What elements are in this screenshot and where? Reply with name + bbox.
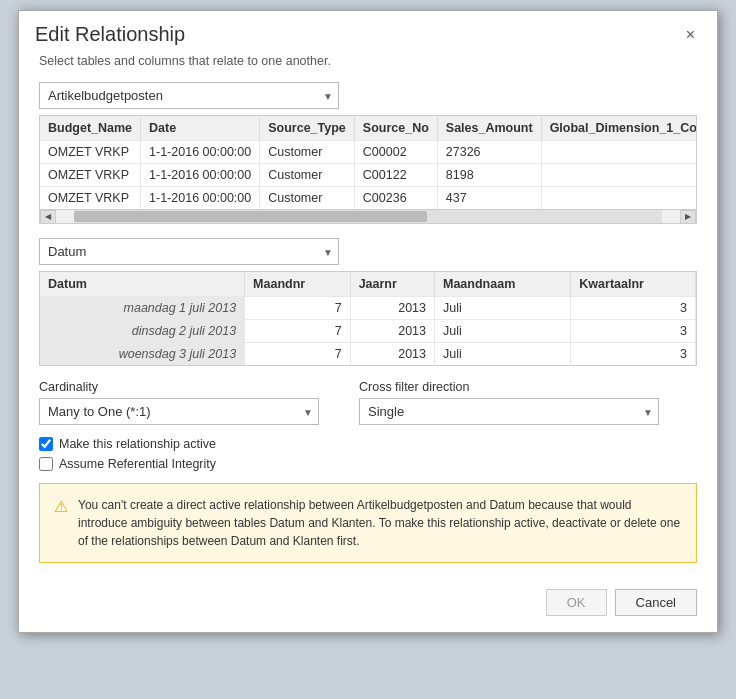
table-cell: OMZET VRKP [40, 141, 141, 164]
ok-button[interactable]: OK [546, 589, 607, 616]
table-cell: Customer [260, 187, 355, 210]
table-cell: 7 [245, 320, 351, 343]
table1-col-source-type: Source_Type [260, 116, 355, 141]
table2-col-datum: Datum [40, 272, 245, 297]
table-cell: 2013 [350, 343, 434, 366]
table1-header-row: Budget_Name Date Source_Type Source_No S… [40, 116, 696, 141]
table-cell: C00122 [354, 164, 437, 187]
active-checkbox-label[interactable]: Make this relationship active [59, 437, 216, 451]
warning-icon: ⚠ [54, 497, 68, 516]
table-cell: 2013 [350, 320, 434, 343]
table-cell: OMZET VRKP [40, 187, 141, 210]
table-cell: 3 [571, 343, 696, 366]
table-cell: Juli [435, 343, 571, 366]
table-cell: C00002 [354, 141, 437, 164]
table-cell: dinsdag 2 juli 2013 [40, 320, 245, 343]
table-cell: 7 [245, 297, 351, 320]
table-row[interactable]: OMZET VRKP1-1-2016 00:00:00CustomerC0012… [40, 164, 696, 187]
table1-col-date: Date [141, 116, 260, 141]
table2-col-kwartaalnr: Kwartaalnr [571, 272, 696, 297]
close-button[interactable]: × [680, 25, 701, 45]
table-cell [541, 164, 696, 187]
table-cell: OMZET VRKP [40, 164, 141, 187]
table-cell: 1-1-2016 00:00:00 [141, 141, 260, 164]
cardinality-label: Cardinality [39, 380, 319, 394]
cross-filter-dropdown-wrapper[interactable]: SingleBoth ▼ [359, 398, 659, 425]
table2-container: Datum Maandnr Jaarnr Maandnaam Kwartaaln… [39, 271, 697, 366]
referential-checkbox-row: Assume Referential Integrity [39, 457, 697, 471]
active-checkbox[interactable] [39, 437, 53, 451]
cross-filter-dropdown[interactable]: SingleBoth [359, 398, 659, 425]
table1-dropdown-container: Artikelbudgetposten ▼ [39, 82, 697, 109]
table1-scroll-container[interactable]: Budget_Name Date Source_Type Source_No S… [40, 116, 696, 209]
table2-data-table: Datum Maandnr Jaarnr Maandnaam Kwartaaln… [40, 272, 696, 365]
table1-dropdown[interactable]: Artikelbudgetposten [39, 82, 339, 109]
table1-dropdown-wrapper[interactable]: Artikelbudgetposten ▼ [39, 82, 339, 109]
table1-col-global-dim: Global_Dimension_1_Code [541, 116, 696, 141]
table2-col-maandnr: Maandnr [245, 272, 351, 297]
table1-col-source-no: Source_No [354, 116, 437, 141]
dialog-footer: OK Cancel [19, 579, 717, 632]
table-cell: 437 [437, 187, 541, 210]
warning-text: You can't create a direct active relatio… [78, 496, 682, 550]
table2-col-jaarnr: Jaarnr [350, 272, 434, 297]
table1-scroll-left-btn[interactable]: ◀ [40, 210, 56, 224]
table-cell: 1-1-2016 00:00:00 [141, 187, 260, 210]
table-cell: 7 [245, 343, 351, 366]
warning-box: ⚠ You can't create a direct active relat… [39, 483, 697, 563]
table1-scrollbar[interactable]: ◀ ▶ [40, 209, 696, 223]
table1-container: Budget_Name Date Source_Type Source_No S… [39, 115, 697, 224]
table-cell: 8198 [437, 164, 541, 187]
table-cell: maandag 1 juli 2013 [40, 297, 245, 320]
cardinality-group: Cardinality Many to One (*:1)One to Many… [39, 380, 319, 425]
referential-checkbox-label[interactable]: Assume Referential Integrity [59, 457, 216, 471]
table-row[interactable]: maandag 1 juli 201372013Juli3 [40, 297, 696, 320]
table1-scroll-thumb[interactable] [74, 211, 427, 222]
cross-filter-label: Cross filter direction [359, 380, 659, 394]
table-cell: 3 [571, 320, 696, 343]
table-row[interactable]: OMZET VRKP1-1-2016 00:00:00CustomerC0000… [40, 141, 696, 164]
table-row[interactable]: OMZET VRKP1-1-2016 00:00:00CustomerC0023… [40, 187, 696, 210]
dialog-title: Edit Relationship [35, 23, 185, 46]
table-cell: C00236 [354, 187, 437, 210]
table2-dropdown-container: Datum ▼ [39, 238, 697, 265]
table-cell [541, 187, 696, 210]
cardinality-dropdown[interactable]: Many to One (*:1)One to Many (1:*)One to… [39, 398, 319, 425]
cross-filter-group: Cross filter direction SingleBoth ▼ [359, 380, 659, 425]
table-row[interactable]: woensdag 3 juli 201372013Juli3 [40, 343, 696, 366]
table-cell: 1-1-2016 00:00:00 [141, 164, 260, 187]
table-cell: 2013 [350, 297, 434, 320]
table-row[interactable]: dinsdag 2 juli 201372013Juli3 [40, 320, 696, 343]
table-cell: Customer [260, 141, 355, 164]
table-cell: Juli [435, 320, 571, 343]
cardinality-dropdown-wrapper[interactable]: Many to One (*:1)One to Many (1:*)One to… [39, 398, 319, 425]
table1-col-sales-amount: Sales_Amount [437, 116, 541, 141]
table2-dropdown[interactable]: Datum [39, 238, 339, 265]
table-cell: Customer [260, 164, 355, 187]
table2-col-maandnaam: Maandnaam [435, 272, 571, 297]
dialog-subtitle: Select tables and columns that relate to… [39, 54, 697, 68]
table-cell: woensdag 3 juli 2013 [40, 343, 245, 366]
table2-dropdown-wrapper[interactable]: Datum ▼ [39, 238, 339, 265]
table2-header-row: Datum Maandnr Jaarnr Maandnaam Kwartaaln… [40, 272, 696, 297]
table1-col-budget-name: Budget_Name [40, 116, 141, 141]
table1-data-table: Budget_Name Date Source_Type Source_No S… [40, 116, 696, 209]
table-cell: 3 [571, 297, 696, 320]
cancel-button[interactable]: Cancel [615, 589, 697, 616]
table-cell: Juli [435, 297, 571, 320]
cardinality-row: Cardinality Many to One (*:1)One to Many… [39, 380, 697, 425]
table1-scroll-right-btn[interactable]: ▶ [680, 210, 696, 224]
table-cell: 27326 [437, 141, 541, 164]
referential-checkbox[interactable] [39, 457, 53, 471]
table-cell [541, 141, 696, 164]
table1-scroll-track[interactable] [74, 210, 662, 223]
active-checkbox-row: Make this relationship active [39, 437, 697, 451]
